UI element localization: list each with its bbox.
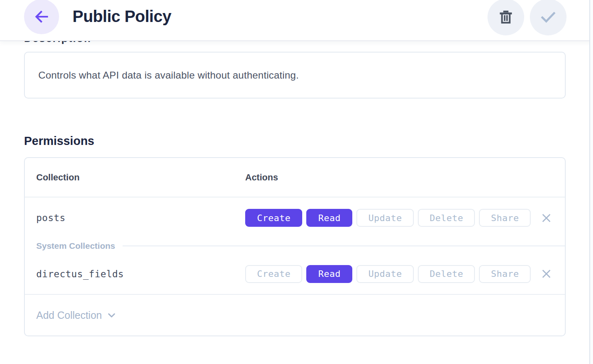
action-read-button[interactable]: Read (306, 209, 352, 227)
collection-name: posts (36, 213, 66, 223)
description-input[interactable]: Controls what API data is available with… (24, 52, 566, 99)
remove-row-button[interactable] (538, 266, 554, 282)
column-header-collection: Collection (36, 172, 79, 183)
permissions-table-header: Collection Actions (25, 158, 565, 197)
actions-group: Create Read Update Delete Share (245, 209, 531, 227)
page-title: Public Policy (72, 7, 171, 26)
add-collection-label: Add Collection (36, 309, 102, 321)
action-update-button[interactable]: Update (356, 265, 413, 283)
actions-group: Create Read Update Delete Share (245, 265, 531, 283)
collection-name: directus_fields (36, 269, 124, 279)
scrollbar-track-line[interactable] (589, 0, 590, 364)
back-button[interactable] (24, 0, 59, 34)
description-value: Controls what API data is available with… (38, 70, 299, 81)
page-header: Public Policy (0, 0, 593, 41)
right-gutter (590, 0, 593, 364)
action-delete-button[interactable]: Delete (418, 265, 475, 283)
check-icon (539, 8, 558, 26)
action-delete-button[interactable]: Delete (418, 209, 475, 227)
save-button[interactable] (530, 0, 567, 35)
permissions-heading: Permissions (24, 134, 94, 148)
column-header-actions: Actions (245, 172, 278, 183)
chevron-down-icon (107, 310, 116, 320)
action-read-button[interactable]: Read (306, 265, 352, 283)
action-create-button[interactable]: Create (245, 209, 302, 227)
table-row-posts: posts Create Read Update Delete Share (25, 197, 565, 238)
action-share-button[interactable]: Share (479, 209, 531, 227)
delete-policy-button[interactable] (488, 0, 524, 35)
action-share-button[interactable]: Share (479, 265, 531, 283)
table-row-directus-fields: directus_fields Create Read Update Delet… (25, 254, 565, 294)
permissions-table: Collection Actions posts Create Read Upd… (24, 157, 566, 336)
close-x-icon (541, 268, 552, 279)
close-x-icon (541, 213, 552, 224)
action-create-button[interactable]: Create (245, 265, 302, 283)
system-collections-divider: System Collections (25, 238, 565, 254)
action-update-button[interactable]: Update (356, 209, 413, 227)
policy-editor-page: Description Controls what API data is av… (0, 0, 593, 364)
trash-icon (498, 9, 514, 25)
remove-row-button[interactable] (538, 210, 554, 226)
divider-line (123, 246, 565, 246)
system-collections-label: System Collections (36, 241, 115, 251)
arrow-left-icon (33, 8, 51, 26)
add-collection-button[interactable]: Add Collection (25, 294, 565, 335)
